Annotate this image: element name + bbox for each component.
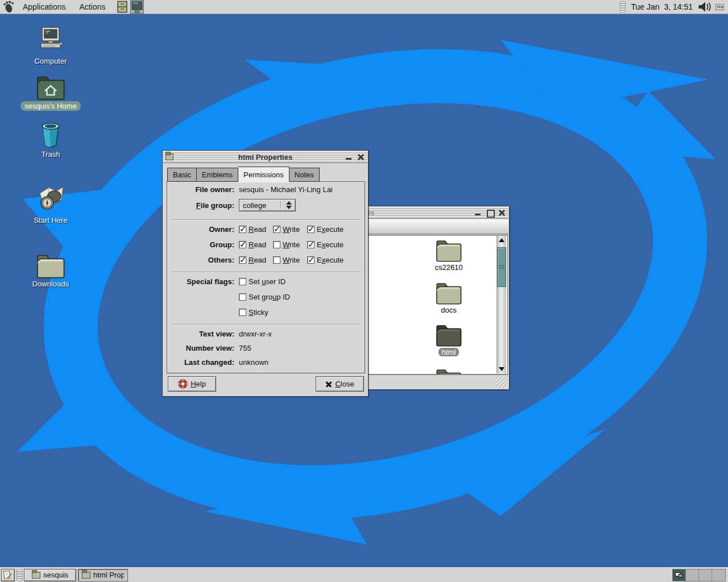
special-flags-label: Special flags: bbox=[167, 277, 234, 286]
workspace-4[interactable] bbox=[712, 569, 725, 581]
dialog-tabs: Basic Emblems Permissions Notes bbox=[167, 168, 320, 182]
text-view-value: drwxr-xr-x bbox=[239, 330, 272, 338]
volume-speaker-icon[interactable] bbox=[698, 1, 712, 14]
minimize-button[interactable] bbox=[474, 209, 482, 217]
folder-icon bbox=[435, 367, 462, 375]
scroll-up-button[interactable] bbox=[497, 236, 506, 244]
checkbox-group-read[interactable] bbox=[239, 241, 246, 248]
close-x-icon bbox=[325, 381, 332, 388]
trash-icon bbox=[36, 120, 65, 149]
read-label: Read bbox=[249, 225, 266, 234]
gnome-foot-icon[interactable] bbox=[2, 1, 15, 14]
close-button[interactable] bbox=[357, 153, 365, 161]
desktop-icon-computer[interactable]: Computer bbox=[19, 26, 82, 65]
taskbar-item-html-properties[interactable]: html Properties bbox=[78, 569, 128, 581]
scrollbar-thumb[interactable] bbox=[497, 247, 506, 287]
checkbox-set-user-id[interactable] bbox=[239, 278, 246, 285]
small-applet-icon[interactable] bbox=[713, 1, 726, 14]
checkbox-group-write[interactable] bbox=[273, 241, 280, 248]
number-view-value: 755 bbox=[239, 344, 251, 352]
clock[interactable]: Tue Jan 3, 14:51 bbox=[627, 2, 697, 11]
tab-emblems[interactable]: Emblems bbox=[197, 168, 238, 182]
help-button-label: Help bbox=[191, 380, 206, 388]
execute-label: Execute bbox=[317, 240, 344, 249]
terminal-screen-icon[interactable] bbox=[130, 1, 144, 14]
vertical-scrollbar[interactable] bbox=[497, 236, 506, 373]
checkbox-group-execute[interactable] bbox=[307, 241, 315, 248]
desktop-icon-home[interactable]: sesquis's Home bbox=[19, 74, 82, 111]
checkbox-sticky[interactable] bbox=[239, 309, 246, 316]
folder-item-docs[interactable]: docs bbox=[423, 281, 475, 314]
task-label: html Properties bbox=[93, 571, 124, 579]
file-group-value: college bbox=[243, 201, 266, 210]
desktop-icon-label: sesquis's Home bbox=[20, 101, 80, 111]
desktop-icon-trash[interactable]: Trash bbox=[19, 120, 82, 159]
menu-actions[interactable]: Actions bbox=[73, 0, 113, 14]
checkbox-others-write[interactable] bbox=[273, 256, 280, 264]
file-cabinet-icon[interactable] bbox=[115, 1, 129, 14]
show-desktop-button[interactable] bbox=[1, 569, 15, 581]
folder-label: html bbox=[423, 348, 475, 356]
close-dialog-button[interactable]: Close bbox=[316, 376, 364, 392]
sticky-label: Sticky bbox=[249, 308, 268, 317]
checkbox-owner-write[interactable] bbox=[273, 226, 280, 233]
folder-label: cs22610 bbox=[423, 263, 475, 272]
file-owner-label: File owner: bbox=[167, 185, 234, 194]
desktop-icon-label: Computer bbox=[34, 57, 67, 65]
last-changed-label: Last changed: bbox=[167, 358, 234, 367]
scroll-down-button[interactable] bbox=[497, 365, 506, 373]
close-button[interactable] bbox=[498, 209, 506, 217]
folder-label: docs bbox=[423, 306, 475, 314]
checkbox-owner-read[interactable] bbox=[239, 226, 246, 233]
folder-item-html[interactable]: html bbox=[423, 323, 475, 356]
permissions-page: File owner: sesquis - Michael Yi-Ling La… bbox=[167, 181, 365, 373]
close-button-label: Close bbox=[335, 380, 354, 388]
set-user-id-label: Set user ID bbox=[249, 277, 286, 286]
show-desktop-icon bbox=[3, 570, 13, 580]
desktop-icon-label: Trash bbox=[42, 150, 60, 159]
checkbox-owner-execute[interactable] bbox=[307, 226, 315, 233]
write-label: Write bbox=[283, 256, 300, 264]
desktop-icon-downloads[interactable]: Downloads bbox=[19, 252, 82, 288]
execute-label: Execute bbox=[317, 225, 344, 234]
dialog-titlebar[interactable]: html Properties bbox=[163, 151, 367, 163]
checkbox-others-execute[interactable] bbox=[307, 256, 315, 264]
workspace-3[interactable] bbox=[699, 569, 712, 581]
workspace-1[interactable] bbox=[673, 569, 686, 581]
workspace-2[interactable] bbox=[686, 569, 699, 581]
desktop-icon-label: Start Here bbox=[34, 216, 67, 225]
workspace-switcher bbox=[672, 569, 726, 581]
checkbox-set-group-id[interactable] bbox=[239, 293, 246, 301]
drag-handle[interactable] bbox=[16, 569, 22, 581]
folder-item-clipped[interactable] bbox=[423, 367, 475, 375]
help-button[interactable]: Help bbox=[168, 376, 216, 392]
minimize-button[interactable] bbox=[345, 153, 353, 161]
folder-icon bbox=[435, 281, 462, 305]
last-changed-value: unknown bbox=[239, 358, 268, 367]
write-label: Write bbox=[283, 240, 300, 249]
others-row-label: Others: bbox=[167, 256, 234, 264]
tab-basic[interactable]: Basic bbox=[167, 168, 197, 182]
file-group-combo[interactable]: college bbox=[239, 199, 296, 211]
file-owner-value: sesquis - Michael Yi-Ling Lai bbox=[239, 185, 333, 194]
drag-handle[interactable] bbox=[620, 1, 626, 13]
read-label: Read bbox=[249, 240, 266, 249]
taskbar-item-sesquis[interactable]: sesquis bbox=[24, 569, 76, 581]
selected-label-pill: html bbox=[439, 348, 460, 356]
maximize-button[interactable] bbox=[486, 209, 494, 217]
desktop-icon-start-here[interactable]: Start Here bbox=[19, 184, 82, 225]
computer-icon bbox=[36, 26, 65, 56]
folder-item-cs22610[interactable]: cs22610 bbox=[423, 238, 475, 272]
file-group-label: File group: bbox=[167, 201, 234, 210]
menu-applications[interactable]: Applications bbox=[16, 0, 73, 14]
execute-label: Execute bbox=[317, 256, 344, 264]
tab-permissions[interactable]: Permissions bbox=[238, 167, 289, 182]
folder-icon bbox=[32, 572, 40, 579]
checkbox-others-read[interactable] bbox=[239, 256, 246, 264]
set-group-id-label: Set group ID bbox=[249, 293, 290, 301]
number-view-label: Number view: bbox=[167, 344, 234, 352]
resize-grip[interactable] bbox=[496, 376, 507, 388]
folder-icon-selected bbox=[435, 323, 462, 347]
downloads-folder-icon bbox=[36, 252, 65, 278]
tab-notes[interactable]: Notes bbox=[289, 168, 320, 182]
